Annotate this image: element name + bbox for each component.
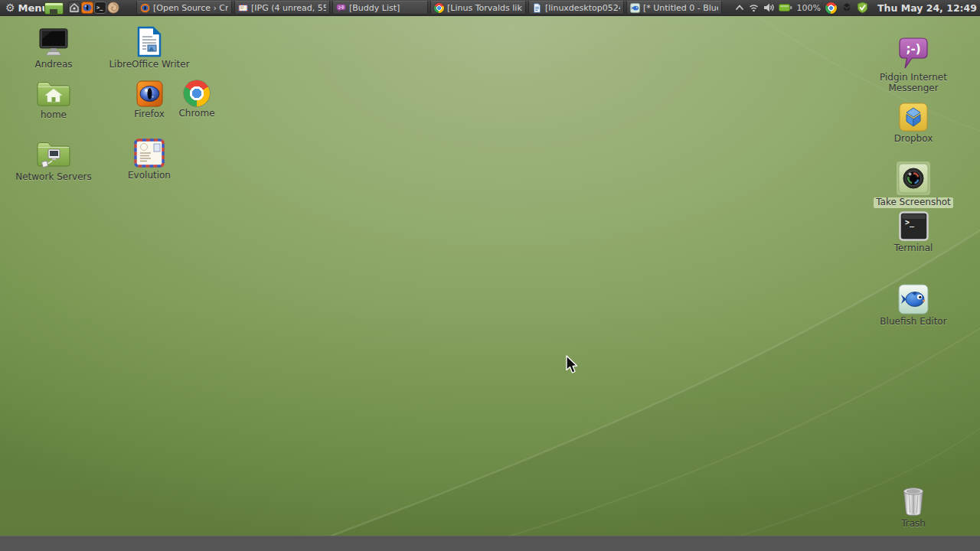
icon-label: Trash (901, 519, 926, 530)
trash-icon (900, 486, 927, 517)
system-tray: 100% Thu May 24, 12:49 (735, 0, 977, 15)
chrome-tray-icon[interactable] (825, 2, 837, 14)
evolution-mail-icon (238, 3, 248, 13)
desktop-icon-trash[interactable]: Trash (871, 486, 956, 530)
icon-label: Dropbox (894, 134, 933, 145)
window-list: [Open Source › Crea... [IPG (4 unread, 5… (136, 1, 722, 15)
home-folder-icon (36, 79, 71, 108)
desktop-icon-take-screenshot[interactable]: Take Screenshot (871, 161, 956, 208)
document-icon (532, 3, 542, 13)
desktop-icon-home[interactable]: home (11, 79, 96, 121)
desktop-icon-dropbox[interactable]: Dropbox (871, 103, 956, 145)
launcher-firefox-button[interactable] (81, 2, 93, 14)
update-shield-icon[interactable] (857, 2, 868, 14)
home-icon (68, 2, 80, 14)
taskbar-button-chrome[interactable]: [Linus Torvalds likes... (430, 1, 526, 15)
taskbar-button-pidgin[interactable]: ;-) [Buddy List] (332, 1, 428, 15)
pidgin-icon: ;-) (897, 37, 929, 70)
desktop-icon-terminal[interactable]: >_ Terminal (871, 211, 956, 254)
svg-text:;-): ;-) (338, 5, 344, 9)
panel-clock[interactable]: Thu May 24, 12:49 (877, 2, 977, 14)
svg-text:>_: >_ (96, 5, 103, 11)
volume-icon[interactable] (763, 3, 774, 12)
desktop-screen: ⚙ Menu >_ (0, 0, 980, 551)
taskbar-button-firefox[interactable]: [Open Source › Crea... (136, 1, 232, 15)
taskbar-label: [* Untitled 0 - Bluefi... (643, 3, 718, 13)
battery-icon[interactable] (779, 3, 792, 12)
taskbar-label: [Open Source › Crea... (153, 3, 228, 13)
computer-icon (37, 28, 70, 57)
svg-text:>_: >_ (905, 218, 915, 227)
svg-text:;-): ;-) (906, 42, 920, 56)
dropbox-icon (899, 103, 928, 132)
bluefish-icon (630, 3, 640, 13)
pidgin-icon: ;-) (336, 3, 346, 13)
terminal-icon: >_ (94, 2, 106, 14)
screenshot-camera-icon (898, 163, 929, 194)
launcher-shell-button[interactable] (107, 2, 119, 14)
taskbar-label: [linuxdesktop052420... (545, 3, 620, 13)
icon-label: Andreas (34, 60, 72, 70)
icon-label: Take Screenshot (874, 197, 953, 208)
icon-label: Evolution (128, 171, 171, 181)
chrome-icon (434, 3, 444, 13)
bluefish-icon (898, 284, 929, 315)
chevron-up-icon[interactable] (735, 3, 744, 12)
show-desktop-icon (50, 9, 57, 14)
terminal-icon: >_ (899, 211, 929, 241)
icon-label: Chrome (178, 109, 214, 119)
shell-icon (107, 2, 119, 14)
wifi-icon[interactable] (749, 3, 759, 12)
icon-label: Network Servers (15, 172, 92, 183)
desktop-icon-andreas[interactable]: Andreas (11, 28, 96, 70)
battery-percent-label: 100% (797, 3, 821, 13)
icon-label: Terminal (894, 243, 933, 254)
show-desktop-button[interactable] (44, 2, 64, 15)
network-servers-icon (36, 139, 71, 170)
selection-highlight (897, 161, 930, 195)
launcher-terminal-button[interactable]: >_ (94, 2, 106, 14)
gear-icon: ⚙ (5, 2, 15, 13)
evolution-mail-icon (134, 138, 165, 168)
icon-label: LibreOffice Writer (109, 60, 189, 70)
desktop-icon-libreoffice-writer[interactable]: LibreOffice Writer (107, 26, 191, 70)
desktop-icon-pidgin[interactable]: ;-) Pidgin Internet Messenger (871, 37, 956, 94)
taskbar-button-bluefish[interactable]: [* Untitled 0 - Bluefi... (626, 1, 722, 15)
desktop-icon-bluefish[interactable]: Bluefish Editor (871, 284, 956, 328)
desktop-icon-evolution[interactable]: Evolution (107, 138, 191, 181)
chrome-icon (184, 80, 210, 106)
dropbox-tray-icon[interactable] (841, 2, 852, 13)
desktop-icon-chrome[interactable]: Chrome (155, 80, 239, 119)
libreoffice-writer-icon (136, 26, 162, 57)
taskbar-label: [Linus Torvalds likes... (447, 3, 522, 13)
firefox-icon (81, 2, 93, 14)
icon-label: Pidgin Internet Messenger (871, 73, 956, 94)
taskbar-label: [IPG (4 unread, 556 ... (251, 3, 326, 13)
taskbar-button-evolution[interactable]: [IPG (4 unread, 556 ... (234, 1, 330, 15)
taskbar-button-document[interactable]: [linuxdesktop052420... (528, 1, 624, 15)
firefox-icon (140, 3, 150, 13)
taskbar-label: [Buddy List] (349, 3, 424, 13)
icon-label: Bluefish Editor (880, 317, 946, 328)
bottom-panel[interactable] (0, 536, 980, 551)
top-panel: ⚙ Menu >_ (0, 0, 980, 16)
desktop-icon-network-servers[interactable]: Network Servers (11, 139, 96, 183)
launcher-home-button[interactable] (68, 2, 80, 14)
icon-label: home (41, 110, 67, 121)
